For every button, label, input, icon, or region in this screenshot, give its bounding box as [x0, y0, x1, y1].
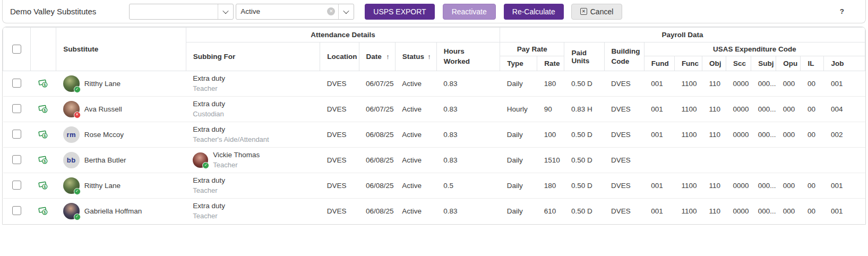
row-checkbox[interactable] — [12, 181, 21, 190]
row-checkbox[interactable] — [12, 130, 21, 139]
recalculate-button[interactable]: Re-Calculate — [504, 4, 564, 20]
column-header-subj[interactable]: Subj — [751, 56, 776, 71]
payroll-money-icon[interactable]: $ — [38, 104, 48, 114]
column-header-building-code[interactable]: Building Code — [604, 42, 644, 71]
pay-rate-cell: 610 — [537, 199, 564, 224]
column-header-status[interactable]: Status↑ — [395, 42, 436, 71]
select-all-cell — [3, 28, 31, 71]
sort-ascending-icon: ↑ — [386, 53, 390, 61]
column-header-date[interactable]: Date↑ — [359, 42, 395, 71]
subbing-for-cell: Extra duty Teacher's Aide/Attendant — [186, 122, 320, 148]
usps-export-button[interactable]: USPS EXPORT — [365, 4, 434, 20]
paid-units-cell: 0.50 D — [564, 71, 604, 97]
func-cell: 1100 — [674, 97, 702, 122]
paid-units-cell: 0.50 D — [564, 199, 604, 224]
avatar-initials: rm — [66, 131, 76, 139]
paid-units-cell: 0.83 H — [564, 97, 604, 122]
row-pay-cell: $ — [31, 97, 56, 122]
select-all-checkbox[interactable] — [12, 45, 21, 54]
sort-ascending-icon: ↑ — [427, 53, 431, 61]
payroll-money-icon[interactable]: $ — [38, 206, 48, 216]
opu-cell: 000 — [776, 173, 801, 199]
status-combobox[interactable]: Active ✕ — [236, 4, 354, 20]
row-checkbox[interactable] — [12, 79, 21, 88]
fund-cell: 001 — [644, 122, 674, 148]
status-cell: Active — [395, 148, 436, 173]
clear-filter-icon[interactable]: ✕ — [327, 7, 335, 15]
hours-worked-cell: 0.83 — [436, 122, 500, 148]
pay-type-cell: Daily — [500, 148, 537, 173]
row-pay-cell: $ — [31, 173, 56, 199]
status-combobox-dropdown-button[interactable] — [338, 4, 354, 19]
payroll-money-icon[interactable]: $ — [38, 155, 48, 165]
status-combobox-value[interactable]: Active — [236, 7, 327, 15]
column-header-opu[interactable]: Opu — [776, 56, 801, 71]
pay-type-cell: Daily — [500, 199, 537, 224]
fund-cell: 001 — [644, 173, 674, 199]
payroll-money-icon[interactable]: $ — [38, 129, 48, 139]
column-header-location[interactable]: Location — [320, 42, 359, 71]
substitute-name: Ritthy Lane — [84, 182, 121, 190]
opu-cell: 000 — [776, 122, 801, 148]
status-cell: Active — [395, 71, 436, 97]
column-header-type[interactable]: Type — [500, 56, 537, 71]
row-pay-cell: $ — [31, 71, 56, 97]
filter-combobox[interactable] — [129, 4, 234, 20]
opu-cell: 000 — [776, 71, 801, 97]
row-checkbox[interactable] — [12, 206, 21, 215]
obj-cell: 110 — [702, 173, 726, 199]
group-header-attendance-details: Attendance Details — [186, 28, 500, 42]
substitute-cell: Gabriella Hoffman — [56, 199, 186, 224]
table-row: $ Ritthy Lane Extra duty Teacher DVES — [3, 71, 865, 97]
help-button[interactable]: ? — [840, 7, 844, 15]
payroll-money-icon[interactable]: $ — [38, 78, 48, 88]
pay-type-cell: Daily — [500, 173, 537, 199]
payroll-money-icon[interactable]: $ — [38, 180, 48, 190]
job-cell: 001 — [824, 71, 865, 97]
column-header-il[interactable]: IL — [801, 56, 824, 71]
svg-text:$: $ — [44, 159, 46, 163]
paid-units-cell: 0.50 D — [564, 173, 604, 199]
func-cell: 1100 — [674, 122, 702, 148]
job-cell — [824, 148, 865, 173]
obj-cell: 110 — [702, 122, 726, 148]
subbing-for-cell: Vickie Thomas Teacher — [186, 148, 320, 173]
column-header-job[interactable]: Job — [824, 56, 865, 71]
svg-text:$: $ — [44, 108, 46, 112]
column-header-obj[interactable]: Obj — [702, 56, 726, 71]
group-header-payroll-data: Payroll Data — [500, 28, 865, 42]
column-header-hours-worked[interactable]: Hours Worked — [436, 42, 500, 71]
hours-worked-cell: 0.5 — [436, 173, 500, 199]
column-header-substitute[interactable]: Substitute — [56, 28, 186, 71]
hours-worked-cell: 0.83 — [436, 71, 500, 97]
subbing-for-cell: Extra duty Custodian — [186, 97, 320, 122]
building-code-cell: DVES — [604, 173, 644, 199]
subbing-avatar — [193, 152, 208, 168]
chevron-down-icon — [223, 7, 229, 13]
cancel-button[interactable]: ✕ Cancel — [571, 4, 623, 20]
filter-combobox-dropdown-button[interactable] — [218, 4, 233, 19]
substitute-avatar: rm — [63, 126, 80, 143]
subbing-title: Extra duty — [193, 74, 225, 84]
column-header-subbing-for[interactable]: Subbing For — [186, 42, 320, 71]
column-header-rate[interactable]: Rate — [537, 56, 564, 71]
pay-type-cell: Daily — [500, 122, 537, 148]
row-select-cell — [3, 173, 31, 199]
column-header-paid-units[interactable]: Paid Units — [564, 42, 604, 71]
scc-cell — [726, 148, 751, 173]
pay-rate-cell: 180 — [537, 173, 564, 199]
row-checkbox[interactable] — [12, 104, 21, 113]
building-code-cell: DVES — [604, 199, 644, 224]
row-checkbox[interactable] — [12, 155, 21, 164]
column-header-func[interactable]: Func — [674, 56, 702, 71]
table-row: $ Ritthy Lane Extra duty Teacher DVES — [3, 173, 865, 199]
pay-rate-cell: 1510 — [537, 148, 564, 173]
page-title: Demo Valley Substitutes — [10, 7, 96, 16]
column-header-scc[interactable]: Scc — [726, 56, 751, 71]
substitute-avatar — [63, 101, 80, 117]
column-header-fund[interactable]: Fund — [644, 56, 674, 71]
substitute-cell: rm Rose Mccoy — [56, 122, 186, 148]
date-cell: 06/08/25 — [359, 173, 395, 199]
subj-cell: 000... — [751, 71, 776, 97]
reactivate-button[interactable]: Reactivate — [443, 4, 496, 20]
